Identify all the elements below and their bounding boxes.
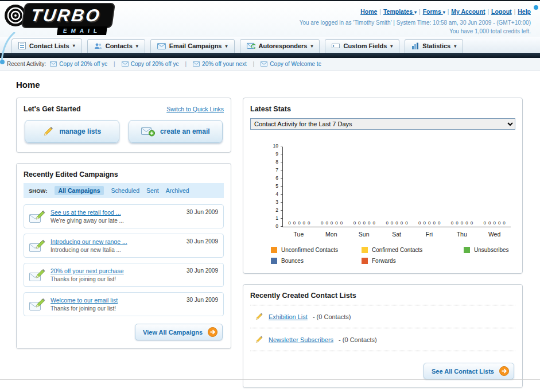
y-axis-label: 1 xyxy=(268,215,278,221)
nav-tab-label: Email Campaigns xyxy=(169,42,222,49)
legend-item-unconfirmed-contacts: Unconfirmed Contacts xyxy=(271,247,362,253)
campaign-subtitle: Thanks for joining our list! xyxy=(50,276,181,282)
x-axis-label: Tue xyxy=(282,231,315,238)
envelope-icon xyxy=(50,61,57,67)
credits-info: You have 1,000 total credits left. xyxy=(300,27,531,36)
y-axis-label: 5 xyxy=(268,183,278,189)
link-separator: | xyxy=(514,9,516,15)
y-axis-label: 8 xyxy=(268,159,278,165)
campaign-title[interactable]: 20% off your next purchase xyxy=(50,267,181,274)
nav-tab-contacts[interactable]: Contacts▾ xyxy=(87,39,145,53)
recent-campaigns-panel: Recently Edited Campaigns SHOW: All Camp… xyxy=(16,163,231,349)
x-axis-label: Wed xyxy=(478,231,511,238)
chart-category-group: 00000 xyxy=(283,147,316,227)
campaign-title[interactable]: Introducing our new range ... xyxy=(50,238,181,245)
create-email-button[interactable]: create an email xyxy=(129,120,223,143)
pencil-icon xyxy=(255,335,263,344)
contact-list-count: - (0 Contacts) xyxy=(313,313,351,320)
manage-lists-button[interactable]: manage lists xyxy=(25,120,119,143)
chart-bars-icon xyxy=(411,42,419,49)
chart-value-labels: 00000 xyxy=(380,220,413,226)
recent-activity-item[interactable]: 20% off your next xyxy=(193,61,247,67)
nav-tab-custom-fields[interactable]: Custom Fields▾ xyxy=(325,39,399,53)
contact-list-item[interactable]: Exhibition List - (0 Contacts) xyxy=(250,311,515,323)
campaign-item[interactable]: 20% off your next purchase Thanks for jo… xyxy=(24,263,224,287)
campaign-tab-archived[interactable]: Archived xyxy=(166,187,189,194)
nav-tab-statistics[interactable]: Statistics▾ xyxy=(405,39,463,53)
get-started-panel: Let's Get Started Switch to Quick Links … xyxy=(16,98,231,153)
envelope-pencil-icon xyxy=(29,297,45,311)
campaign-subtitle: Thanks for joining our list! xyxy=(50,305,181,312)
legend-swatch xyxy=(362,247,368,253)
envelope-icon xyxy=(157,43,166,49)
x-axis-label: Thu xyxy=(445,231,478,238)
recent-contact-lists-panel: Recently Created Contact Lists Exhibitio… xyxy=(243,284,523,388)
top-link-home[interactable]: Home xyxy=(360,8,377,15)
legend-item-forwards: Forwards xyxy=(362,258,464,264)
campaign-title[interactable]: Welcome to our email list xyxy=(50,297,181,304)
chart-category-group: 00000 xyxy=(478,147,511,227)
legend-item-unsubscribes: Unsubscribes xyxy=(464,247,515,253)
top-links: Home|Templates ▾|Forms ▾|My Account|Logo… xyxy=(300,4,531,18)
left-column: Let's Get Started Switch to Quick Links … xyxy=(16,98,231,359)
top-bar: TURBO EMAIL Home|Templates ▾|Forms ▾|My … xyxy=(0,1,540,37)
link-separator: | xyxy=(487,9,489,15)
manage-lists-label: manage lists xyxy=(59,127,101,135)
view-all-campaigns-button[interactable]: View All Campaigns xyxy=(135,324,223,340)
y-axis-label: 9 xyxy=(268,151,278,157)
logo-swoosh-decoration xyxy=(0,32,17,68)
campaign-tab-sent[interactable]: Sent xyxy=(146,187,159,194)
nav-tab-contact-lists[interactable]: Contact Lists▾ xyxy=(11,38,82,53)
chevron-down-icon: ▾ xyxy=(454,44,456,49)
activity-separator: | xyxy=(253,61,255,67)
main-navigation: Contact Lists▾Contacts▾Email Campaigns▾A… xyxy=(0,37,540,53)
see-all-contact-lists-button[interactable]: See All Contact Lists xyxy=(424,363,514,379)
top-link-templates[interactable]: Templates ▾ xyxy=(383,8,417,15)
chevron-down-icon: ▾ xyxy=(310,44,313,49)
recent-activity-item[interactable]: Copy of 20% off yc xyxy=(50,61,107,67)
campaign-subtitle: We're giving away our late ... xyxy=(50,218,181,224)
nav-tab-label: Custom Fields xyxy=(343,42,387,49)
nav-tab-email-campaigns[interactable]: Email Campaigns▾ xyxy=(150,39,235,53)
dotted-divider xyxy=(250,305,515,305)
right-column: Latest Stats Contact Activity for the La… xyxy=(243,98,523,392)
top-link-logout[interactable]: Logout xyxy=(491,8,512,15)
envelope-icon xyxy=(261,61,267,67)
campaign-item[interactable]: Welcome to our email list Thanks for joi… xyxy=(24,292,224,316)
get-started-title: Let's Get Started xyxy=(24,105,81,113)
contact-list-item[interactable]: Newsletter Subscribers - (0 Contacts) xyxy=(250,333,515,346)
top-link-my-account[interactable]: My Account xyxy=(451,8,485,15)
campaign-date: 30 Jun 2009 xyxy=(187,267,218,274)
recent-activity-item[interactable]: Copy of Welcome tc xyxy=(261,61,321,67)
chart-legend: Unconfirmed Contacts Confirmed Contacts … xyxy=(271,247,515,264)
campaign-tab-all-campaigns[interactable]: All Campaigns xyxy=(55,186,104,195)
y-axis-label: 7 xyxy=(268,167,278,173)
legend-label: Unconfirmed Contacts xyxy=(281,247,338,253)
campaign-item[interactable]: See us at the retail food ... We're givi… xyxy=(24,204,224,228)
campaign-item[interactable]: Introducing our new range ... Introducin… xyxy=(24,234,224,258)
recent-campaigns-title: Recently Edited Campaigns xyxy=(24,170,118,178)
legend-item-confirmed-contacts: Confirmed Contacts xyxy=(362,247,464,253)
stats-activity-select[interactable]: Contact Activity for the Last 7 Days xyxy=(250,118,515,130)
recent-activity-item[interactable]: Copy of 20% off yc xyxy=(122,61,179,67)
envelope-plus-icon xyxy=(141,126,155,137)
nav-tab-label: Contacts xyxy=(106,42,133,49)
chart-category-group: 00000 xyxy=(413,147,446,227)
legend-swatch xyxy=(464,247,470,253)
switch-quick-links-link[interactable]: Switch to Quick Links xyxy=(166,106,224,112)
contact-list-name[interactable]: Exhibition List xyxy=(269,313,308,320)
contact-list-name[interactable]: Newsletter Subscribers xyxy=(269,336,333,343)
campaign-title[interactable]: See us at the retail food ... xyxy=(50,209,181,216)
x-axis-label: Sun xyxy=(348,231,380,238)
nav-tab-autoresponders[interactable]: Autoresponders▾ xyxy=(240,39,320,53)
x-axis-label: Fri xyxy=(413,231,445,238)
login-info: You are logged in as 'Timothy Smith' | S… xyxy=(300,18,531,28)
top-link-help[interactable]: Help xyxy=(518,8,531,15)
pencil-icon xyxy=(255,312,263,321)
chevron-down-icon: ▾ xyxy=(136,44,138,49)
create-email-label: create an email xyxy=(160,127,210,135)
turbo-email-logo[interactable]: TURBO EMAIL xyxy=(2,2,114,29)
campaign-tab-scheduled[interactable]: Scheduled xyxy=(111,187,139,194)
chart-value-labels: 00000 xyxy=(478,220,511,226)
top-link-forms[interactable]: Forms ▾ xyxy=(423,8,445,15)
